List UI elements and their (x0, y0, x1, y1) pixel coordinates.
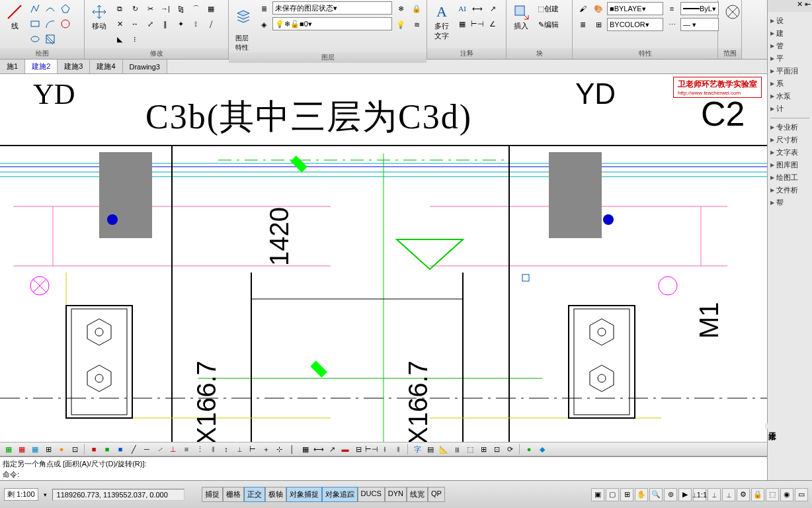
scale-button[interactable]: ⤢ (143, 17, 157, 31)
drawing-canvas[interactable]: YD C3b(其中三层为C3d) YD C2 1420 X166.7 X166.… (0, 74, 767, 442)
dock-btn-37[interactable]: ⊡ (491, 443, 503, 455)
dock-btn-7[interactable]: ■ (88, 443, 100, 455)
doc-tab-1[interactable]: 施1 (0, 60, 25, 73)
dock-btn-8[interactable]: ■ (101, 443, 113, 455)
mtext-button[interactable]: A 多行文字 (430, 1, 454, 42)
dock-btn-2[interactable]: ▦ (16, 443, 28, 455)
layer-state-dropdown[interactable]: 未保存的图层状态 ▾ (272, 1, 392, 15)
dock-btn-6[interactable]: ⊡ (69, 443, 81, 455)
command-line[interactable]: 指定另一个角点或 [面积(A)/尺寸(D)/旋转(R)]: 命令: (0, 456, 767, 480)
dock-btn-34[interactable]: ⫼ (451, 443, 463, 455)
table-button[interactable]: ▦ (455, 17, 469, 31)
hatch-button[interactable] (43, 32, 58, 46)
align-button[interactable]: ⫶ (128, 32, 142, 46)
dock-btn-13[interactable]: ⊥ (167, 443, 179, 455)
dimangular-button[interactable]: ∠ (485, 17, 500, 31)
dock-btn-12[interactable]: ⟋ (154, 443, 166, 455)
toggle-ortho[interactable]: 正交 (244, 487, 265, 502)
toolbar-lock-button[interactable]: 🔒 (751, 488, 764, 501)
fillet-button[interactable]: ⌒ (188, 1, 203, 16)
doc-tab-5[interactable]: Drawing3 (123, 60, 167, 73)
dock-btn-16[interactable]: ⫴ (207, 443, 219, 455)
side-item-tuku[interactable]: 图库图 (769, 159, 811, 171)
annoscale-button[interactable]: ⟂1:1 (693, 488, 706, 501)
dock-btn-21[interactable]: ⊹ (273, 443, 285, 455)
dock-btn-14[interactable]: ≡ (181, 443, 192, 455)
side-item-she[interactable]: 设 (769, 15, 811, 27)
dock-btn-15[interactable]: ⋮ (194, 443, 206, 455)
dimlinear-button[interactable]: ⊢⊣ (470, 17, 485, 31)
pan-button[interactable]: ✋ (635, 488, 648, 501)
copy-button[interactable]: ⧉ (112, 1, 127, 16)
doc-tab-4[interactable]: 建施4 (90, 60, 122, 73)
isolate-button[interactable]: ◉ (780, 488, 793, 501)
dock-btn-18[interactable]: ⟂ (233, 443, 245, 455)
toggle-dyn[interactable]: DYN (385, 487, 407, 502)
insert-block-button[interactable]: 插入 (509, 1, 533, 32)
stretch-button[interactable]: ↔ (128, 17, 142, 31)
toggle-polar[interactable]: 极轴 (265, 487, 286, 502)
dock-btn-5[interactable]: ● (56, 443, 67, 455)
dock-btn-35[interactable]: ⬚ (464, 443, 476, 455)
circle-button[interactable] (58, 17, 73, 31)
ellipse-button[interactable] (28, 32, 42, 46)
annovis-button[interactable]: ⟂ (708, 488, 721, 501)
dock-btn-11[interactable]: ─ (141, 443, 153, 455)
dock-btn-19[interactable]: ⊢ (247, 443, 259, 455)
layer-off-button[interactable]: 💡 (393, 17, 408, 32)
dock-btn-22[interactable]: │ (286, 443, 298, 455)
mirror-button[interactable]: ⧎ (173, 1, 188, 16)
trim-button[interactable]: ✂ (143, 1, 157, 16)
side-item-guan[interactable]: 管 (769, 40, 811, 52)
dock-btn-25[interactable]: ↗ (326, 443, 338, 455)
dock-btn-32[interactable]: ▤ (425, 443, 436, 455)
steering-button[interactable]: ⊚ (664, 488, 677, 501)
rectangle-button[interactable] (28, 17, 42, 31)
dock-btn-4[interactable]: ⊞ (42, 443, 54, 455)
toggle-ducs[interactable]: DUCS (358, 487, 385, 502)
modelspace-button[interactable]: ▣ (591, 488, 604, 501)
side-item-chicun[interactable]: 尺寸析 (769, 134, 811, 146)
match-props-button[interactable]: 🖌 (575, 1, 590, 16)
dock-btn-33[interactable]: 📐 (438, 443, 450, 455)
edit-block-button[interactable]: ✎ 编辑 (534, 17, 562, 32)
dock-btn-36[interactable]: ⊞ (477, 443, 489, 455)
dock-btn-28[interactable]: ⊢⊣ (366, 443, 378, 455)
create-block-button[interactable]: ⬚ 创建 (534, 1, 562, 16)
explode-button[interactable]: ✦ (173, 17, 188, 31)
join-button[interactable]: ⟟ (188, 17, 203, 31)
layer-state-button[interactable]: ≣ (257, 1, 271, 16)
props-button[interactable]: ⊞ (591, 17, 606, 32)
leader-button[interactable]: ↗ (485, 1, 500, 16)
side-item-ping[interactable]: 平 (769, 52, 811, 65)
arc-button[interactable] (43, 17, 58, 31)
array-button[interactable]: ▦ (204, 1, 218, 16)
dock-btn-3[interactable]: ▦ (29, 443, 41, 455)
toggle-grid[interactable]: 栅格 (223, 487, 244, 502)
plotstyle-dropdown[interactable]: BYCOLOR ▾ (607, 18, 663, 31)
toggle-qp[interactable]: QP (428, 487, 445, 502)
dimension-button[interactable]: ⟷ (470, 1, 485, 16)
side-item-huitu[interactable]: 绘图工 (769, 171, 811, 184)
color-dropdown[interactable]: ■ BYLAYE▾ (607, 2, 663, 15)
linetype2-dropdown[interactable]: — ▾ (680, 18, 719, 31)
lineweight-dropdown[interactable]: ByL▾ (680, 2, 719, 15)
line-tool-button[interactable]: 线 (3, 1, 26, 32)
hwaccel-button[interactable]: ⬚ (766, 488, 779, 501)
rotate-button[interactable]: ↻ (128, 1, 142, 16)
toggle-osnap[interactable]: 对象捕捉 (286, 487, 322, 502)
extend-button[interactable]: →| (158, 1, 173, 16)
linetype-icon-button[interactable]: ≡ (665, 1, 679, 16)
dock-btn-24[interactable]: ⟷ (313, 443, 325, 455)
quickview-button[interactable]: ⊞ (620, 488, 633, 501)
showmotion-button[interactable]: ▶ (678, 488, 692, 501)
polygon-button[interactable] (58, 1, 73, 16)
side-panel-close[interactable]: ✕ ⇤ (768, 0, 812, 12)
dock-btn-27[interactable]: ⊟ (352, 443, 364, 455)
move-tool-button[interactable]: 移动 (87, 1, 111, 32)
scale-display[interactable]: 剩 1:100 (4, 488, 38, 501)
list-button[interactable]: ≣ (575, 17, 590, 32)
side-item-ji[interactable]: 计 (769, 103, 811, 115)
toggle-snap[interactable]: 捕捉 (202, 487, 223, 502)
side-item-bang[interactable]: 帮 (769, 196, 811, 209)
